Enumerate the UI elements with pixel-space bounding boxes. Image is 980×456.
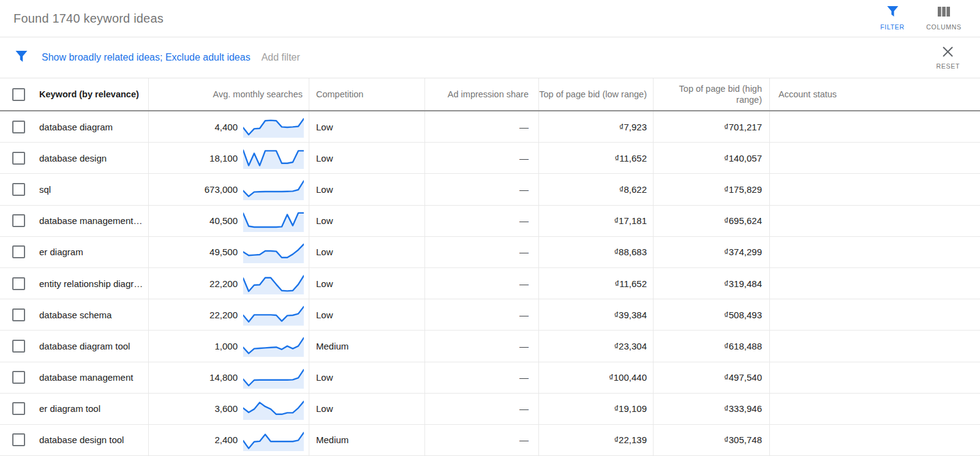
- row-checkbox[interactable]: [12, 152, 25, 165]
- table-row: er diagram 49,500 Low — ₫88,683 ₫374,299: [0, 237, 980, 268]
- header-bid-low-label: Top of page bid (low range): [539, 89, 647, 100]
- search-trend-sparkline: [243, 272, 304, 294]
- bid-high-cell: ₫140,057: [654, 143, 770, 173]
- reset-button-label: RESET: [936, 62, 960, 70]
- keyword-text: database design: [39, 153, 107, 163]
- columns-button-label: COLUMNS: [926, 23, 961, 31]
- searches-cell: 3,600: [149, 394, 309, 424]
- searches-value: 22,200: [209, 278, 238, 289]
- bid-high-cell: ₫508,493: [654, 299, 770, 330]
- search-trend-sparkline: [243, 210, 304, 232]
- row-checkbox[interactable]: [12, 183, 25, 196]
- searches-cell: 2,400: [149, 425, 309, 455]
- table-row: database management 14,800 Low — ₫100,44…: [0, 362, 980, 394]
- row-checkbox[interactable]: [12, 308, 25, 321]
- searches-cell: 22,200: [149, 268, 309, 299]
- row-checkbox[interactable]: [12, 340, 25, 353]
- keyword-cell: database diagram tool: [0, 331, 149, 361]
- searches-cell: 4,400: [149, 111, 309, 142]
- ad-impression-share-cell: —: [425, 206, 539, 236]
- searches-cell: 49,500: [149, 237, 309, 267]
- bid-low-cell: ₫100,440: [539, 362, 654, 393]
- account-status-cell: [770, 394, 980, 424]
- row-checkbox[interactable]: [12, 121, 25, 133]
- table-header: Keyword (by relevance) Avg. monthly sear…: [0, 78, 980, 111]
- search-trend-sparkline: [243, 304, 304, 326]
- account-status-cell: [770, 425, 980, 455]
- table-row: sql 673,000 Low — ₫8,622 ₫175,829: [0, 174, 980, 205]
- bid-low-cell: ₫11,652: [539, 143, 654, 173]
- searches-cell: 14,800: [149, 362, 309, 393]
- keyword-cell: database management…: [0, 206, 149, 236]
- bid-low-cell: ₫39,384: [539, 299, 654, 330]
- competition-cell: Low: [309, 268, 425, 299]
- top-controls: FILTER COLUMNS: [875, 6, 962, 31]
- header-bid-high[interactable]: Top of page bid (high range): [654, 78, 770, 110]
- applied-filters-link[interactable]: Show broadly related ideas; Exclude adul…: [42, 52, 251, 63]
- columns-button[interactable]: COLUMNS: [926, 6, 962, 31]
- keyword-text: database diagram: [39, 122, 113, 132]
- keyword-cell: er diagram tool: [0, 394, 149, 424]
- row-checkbox[interactable]: [12, 277, 25, 290]
- row-checkbox[interactable]: [12, 245, 25, 258]
- searches-cell: 40,500: [149, 206, 309, 236]
- account-status-cell: [770, 268, 980, 299]
- header-account-status[interactable]: Account status: [770, 78, 980, 110]
- bid-low-cell: ₫23,304: [539, 331, 654, 361]
- keyword-cell: entity relationship diagr…: [0, 268, 149, 299]
- row-checkbox[interactable]: [12, 214, 25, 227]
- reset-button[interactable]: RESET: [936, 45, 960, 70]
- filter-funnel-icon: [886, 6, 899, 20]
- searches-cell: 22,200: [149, 299, 309, 330]
- table-row: database schema 22,200 Low — ₫39,384 ₫50…: [0, 299, 980, 331]
- header-bid-low[interactable]: Top of page bid (low range): [539, 78, 654, 110]
- add-filter-button[interactable]: Add filter: [262, 52, 300, 63]
- searches-value: 2,400: [214, 435, 238, 445]
- searches-value: 14,800: [209, 372, 238, 383]
- table-row: database diagram 4,400 Low — ₫7,923 ₫701…: [0, 111, 980, 143]
- header-keyword: Keyword (by relevance): [0, 78, 149, 110]
- row-checkbox[interactable]: [12, 402, 25, 415]
- ad-impression-share-cell: —: [425, 111, 539, 142]
- title-bar: Found 1740 keyword ideas FILTER COLUMNS: [0, 0, 980, 37]
- ad-impression-share-cell: —: [425, 174, 539, 204]
- filter-button[interactable]: FILTER: [875, 6, 910, 31]
- competition-cell: Medium: [309, 425, 425, 455]
- keyword-text: database management…: [39, 215, 142, 226]
- bid-low-cell: ₫8,622: [539, 174, 654, 204]
- searches-cell: 1,000: [149, 331, 309, 361]
- filter-button-label: FILTER: [880, 23, 905, 31]
- bid-high-cell: ₫497,540: [654, 362, 770, 393]
- competition-cell: Low: [309, 394, 425, 424]
- header-bid-high-label: Top of page bid (high range): [654, 83, 762, 105]
- competition-cell: Low: [309, 111, 425, 142]
- header-ad-impression-share[interactable]: Ad impression share: [425, 78, 539, 110]
- account-status-cell: [770, 111, 980, 142]
- ad-impression-share-cell: —: [425, 268, 539, 299]
- ad-impression-share-cell: —: [425, 237, 539, 267]
- table-body: database diagram 4,400 Low — ₫7,923 ₫701…: [0, 111, 980, 456]
- bid-high-cell: ₫695,624: [654, 206, 770, 236]
- bid-low-cell: ₫17,181: [539, 206, 654, 236]
- bid-high-cell: ₫305,748: [654, 425, 770, 455]
- bid-high-cell: ₫618,488: [654, 331, 770, 361]
- bid-high-cell: ₫374,299: [654, 237, 770, 267]
- searches-value: 18,100: [209, 153, 238, 163]
- bid-low-cell: ₫7,923: [539, 111, 654, 142]
- ad-impression-share-cell: —: [425, 425, 539, 455]
- row-checkbox[interactable]: [12, 371, 25, 384]
- table-row: entity relationship diagr… 22,200 Low — …: [0, 268, 980, 299]
- row-checkbox[interactable]: [12, 433, 25, 446]
- competition-cell: Low: [309, 143, 425, 173]
- keyword-cell: sql: [0, 174, 149, 204]
- ad-impression-share-cell: —: [425, 394, 539, 424]
- header-searches[interactable]: Avg. monthly searches: [149, 78, 309, 110]
- bid-high-cell: ₫701,217: [654, 111, 770, 142]
- close-icon: [941, 45, 954, 61]
- ad-impression-share-cell: —: [425, 331, 539, 361]
- ad-impression-share-cell: —: [425, 299, 539, 330]
- competition-cell: Low: [309, 362, 425, 393]
- select-all-checkbox[interactable]: [12, 88, 25, 101]
- header-competition[interactable]: Competition: [309, 78, 425, 110]
- table-row: database diagram tool 1,000 Medium — ₫23…: [0, 331, 980, 362]
